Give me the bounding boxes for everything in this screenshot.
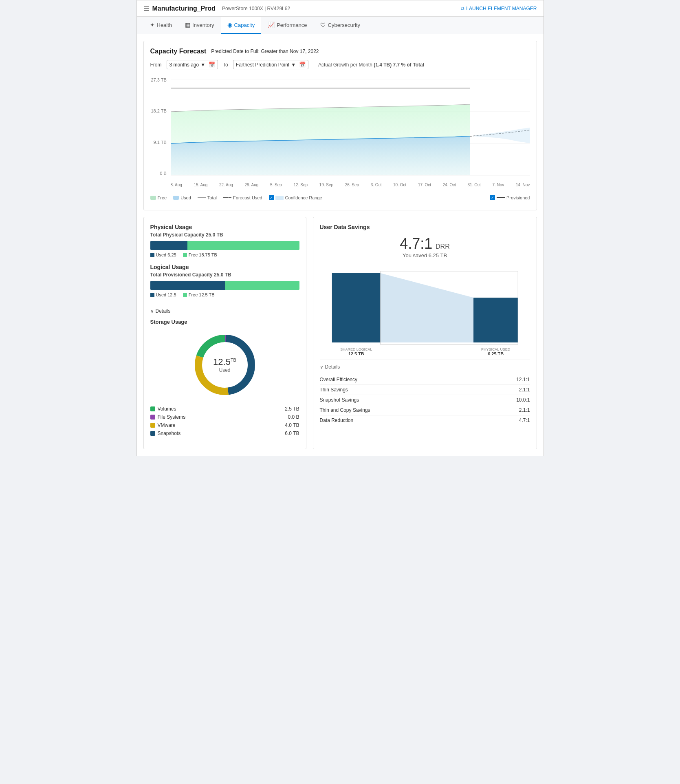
physical-used-value-label: 6.25 TB — [488, 351, 504, 355]
donut-center-sub: Used — [213, 367, 236, 373]
confidence-color-swatch — [275, 196, 284, 200]
efficiency-row-2: Snapshot Savings 10.0:1 — [320, 395, 530, 405]
savings-chart: SHARED LOGICAL 12.5 TB PHYSICAL USED 6.2… — [320, 265, 530, 355]
physical-usage-title: Physical Usage — [150, 224, 299, 230]
x-label-12: 31. Oct — [468, 183, 481, 187]
logical-free-dot — [183, 293, 187, 297]
confidence-range-area — [470, 128, 530, 143]
legend-used: Used — [173, 195, 191, 200]
inventory-icon: ▦ — [185, 22, 190, 28]
logical-bar-legend: Used 12.5 Free 12.5 TB — [150, 292, 299, 297]
from-select[interactable]: 3 months ago ▼ 📅 — [167, 60, 218, 69]
physical-used-bar — [150, 241, 188, 250]
user-data-savings-title: User Data Savings — [320, 224, 530, 230]
efficiency-row-1: Thin Savings 2.1:1 — [320, 385, 530, 395]
x-label-0: 8. Aug — [171, 183, 182, 187]
x-label-4: 5. Sep — [270, 183, 282, 187]
physical-bar-legend: Used 6.25 Free 18.75 TB — [150, 252, 299, 257]
legend-total: Total — [198, 195, 217, 200]
y-label-mid1: 18.2 TB — [151, 108, 167, 113]
filesystems-dot — [150, 415, 155, 420]
drr-section: 4.7:1 DRR You saved 6.25 TB — [320, 235, 530, 258]
drr-value: 4.7:1 — [400, 235, 432, 252]
physical-used-bar-chart — [473, 298, 518, 342]
legend-free: Free — [150, 195, 167, 200]
health-icon: ✦ — [150, 22, 155, 28]
legend-forecast: Forecast Used — [223, 195, 262, 200]
chevron-down-savings-icon: ∨ — [320, 364, 323, 370]
bottom-panels: Physical Usage Total Physical Capacity 2… — [143, 217, 537, 449]
details-toggle[interactable]: ∨ Details — [150, 304, 299, 314]
logical-usage-title: Logical Usage — [150, 264, 299, 270]
right-panel: User Data Savings 4.7:1 DRR You saved 6.… — [313, 217, 537, 449]
physical-free-legend: Free 18.75 TB — [183, 252, 217, 257]
confidence-checkbox[interactable]: ✓ — [269, 195, 274, 200]
donut-legend-filesystems: File Systems 0.0 B — [150, 413, 299, 421]
chart-legend: Free Used Total Forecast Used ✓ Co — [150, 192, 530, 203]
forecast-line-swatch — [223, 197, 231, 198]
savings-details-label: Details — [325, 364, 340, 370]
logical-used-bar — [150, 281, 225, 290]
launch-icon: ⧉ — [461, 6, 464, 11]
drr-value-row: 4.7:1 DRR — [320, 235, 530, 252]
x-label-8: 3. Oct — [371, 183, 382, 187]
physical-used-chart-label: PHYSICAL USED — [481, 347, 511, 351]
cybersecurity-icon: 🛡 — [320, 22, 326, 28]
capacity-forecast-title: Capacity Forecast — [150, 48, 207, 55]
efficiency-row-4: Data Reduction 4.7:1 — [320, 415, 530, 425]
shared-logical-bar — [332, 273, 380, 342]
x-labels: 8. Aug 15. Aug 22. Aug 29. Aug 5. Sep 12… — [171, 182, 530, 187]
savings-details-toggle[interactable]: ∨ Details — [320, 364, 530, 370]
to-select[interactable]: Farthest Prediction Point ▼ 📅 — [233, 60, 308, 69]
storage-usage-title: Storage Usage — [150, 319, 299, 325]
launch-element-manager-button[interactable]: ⧉ LAUNCH ELEMENT MANAGER — [461, 6, 537, 11]
main-content: Capacity Forecast Predicted Date to Full… — [137, 34, 544, 456]
used-color-swatch — [173, 196, 179, 200]
capacity-forecast-card: Capacity Forecast Predicted Date to Full… — [143, 41, 537, 210]
x-label-7: 26. Sep — [345, 183, 359, 187]
physical-usage-subtitle: Total Physical Capacity 25.0 TB — [150, 232, 299, 238]
tab-capacity[interactable]: ◉ Capacity — [221, 17, 262, 34]
donut-legend-vmware: VMware 4.0 TB — [150, 421, 299, 429]
app-subtitle: PowerStore 1000X | RV429L62 — [222, 6, 290, 11]
logical-free-legend: Free 12.5 TB — [183, 292, 215, 297]
from-calendar-icon[interactable]: 📅 — [209, 62, 215, 68]
y-label-top: 27.3 TB — [151, 77, 167, 82]
logical-free-bar — [225, 281, 299, 290]
actual-growth: Actual Growth per Month (1.4 TB) 7.7 % o… — [318, 62, 424, 68]
tab-performance[interactable]: 📈 Performance — [261, 17, 313, 34]
predicted-date: Predicted Date to Full: Greater than Nov… — [211, 49, 319, 54]
physical-usage-bar — [150, 241, 299, 250]
filter-row: From 3 months ago ▼ 📅 To Farthest Predic… — [150, 60, 530, 69]
donut-chart-container: 12.5TB Used Volumes 2.5 TB — [150, 328, 299, 437]
physical-used-dot — [150, 253, 154, 257]
donut-center-label: 12.5TB Used — [213, 357, 236, 373]
to-calendar-icon[interactable]: 📅 — [299, 62, 306, 68]
donut-legend: Volumes 2.5 TB File Systems 0.0 B — [150, 405, 299, 437]
x-label-1: 15. Aug — [194, 183, 207, 187]
x-label-3: 29. Aug — [244, 183, 258, 187]
x-label-2: 22. Aug — [219, 183, 233, 187]
details-label: Details — [156, 308, 171, 314]
to-label: To — [223, 62, 228, 68]
tab-inventory[interactable]: ▦ Inventory — [178, 17, 220, 34]
physical-free-bar — [187, 241, 299, 250]
donut-legend-volumes: Volumes 2.5 TB — [150, 405, 299, 413]
left-panel: Physical Usage Total Physical Capacity 2… — [143, 217, 306, 449]
provisioned-checkbox[interactable]: ✓ — [490, 195, 495, 200]
x-label-11: 24. Oct — [443, 183, 456, 187]
snapshots-dot — [150, 431, 155, 436]
tab-health[interactable]: ✦ Health — [143, 17, 179, 34]
tab-cybersecurity[interactable]: 🛡 Cybersecurity — [314, 17, 367, 34]
x-label-14: 14. Nov — [516, 183, 530, 187]
physical-used-legend: Used 6.25 — [150, 252, 176, 257]
performance-icon: 📈 — [268, 22, 275, 28]
logical-used-legend: Used 12.5 — [150, 292, 176, 297]
savings-trapezoid — [380, 273, 473, 342]
x-label-13: 7. Nov — [492, 183, 504, 187]
menu-icon: ☰ — [143, 4, 149, 12]
drr-label: DRR — [436, 243, 450, 250]
total-line-swatch — [198, 197, 206, 198]
savings-details: ∨ Details Overall Efficiency 12.1:1 Thin… — [320, 360, 530, 425]
tab-bar: ✦ Health ▦ Inventory ◉ Capacity 📈 Perfor… — [137, 17, 544, 34]
